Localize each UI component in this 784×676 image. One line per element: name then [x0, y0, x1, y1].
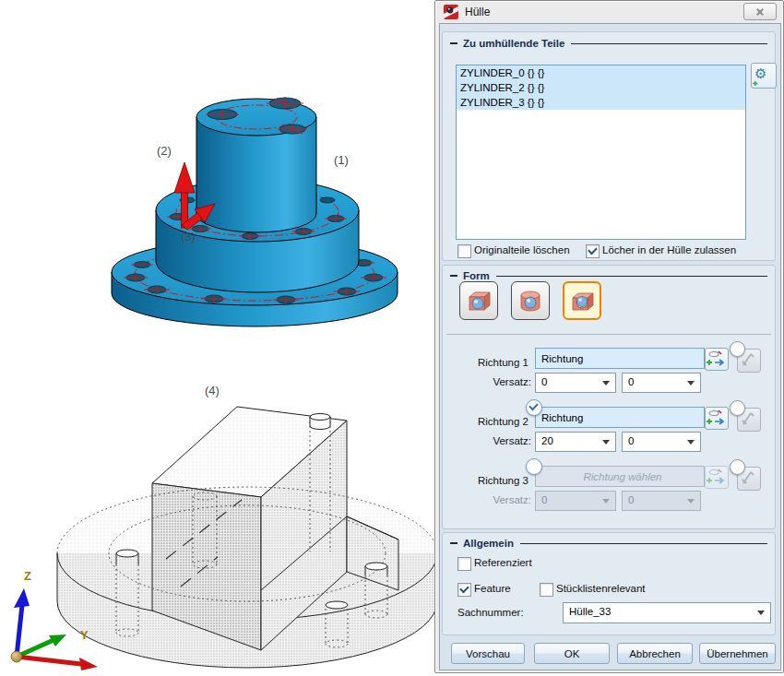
group-general: Allgemein Referenziert Feature Stücklist…: [442, 532, 776, 635]
select-parts-button[interactable]: ⚙ ✚: [751, 63, 777, 89]
richtung1-versatz2-combo[interactable]: 0: [622, 373, 701, 393]
chevron-down-icon: [602, 440, 610, 445]
group-parts-title: Zu umhüllende Teile: [463, 38, 564, 49]
versatz1-label: Versatz:: [456, 376, 531, 387]
annotation-4: (4): [205, 384, 220, 397]
checkbox-stuecklistenrelevant-label: Stücklistenrelevant: [556, 583, 646, 594]
shape-option-cylinder[interactable]: [511, 281, 550, 320]
versatz3-label: Versatz:: [456, 494, 531, 505]
chevron-down-icon: [687, 440, 695, 445]
group-general-title: Allgemein: [463, 538, 514, 549]
richtung3-badge[interactable]: [526, 458, 542, 475]
list-item[interactable]: ZYLINDER_2 {} {}: [457, 80, 745, 95]
shaded-model[interactable]: [112, 97, 398, 326]
richtung2-label: Richtung 2: [478, 416, 529, 427]
sachnummer-combo[interactable]: Hülle_33: [563, 602, 771, 623]
checkbox-stuecklistenrelevant[interactable]: [540, 583, 553, 597]
hull-cylinder-icon: [517, 288, 543, 314]
wireframe-model[interactable]: [57, 407, 435, 668]
checkbox-delete-originals-label: Originalteile löschen: [474, 244, 570, 255]
3d-viewport[interactable]: (1) (2) (3) (4) Z Y: [0, 0, 435, 676]
group-parts-header: Zu umhüllende Teile: [450, 38, 767, 49]
richtung3-label: Richtung 3: [478, 475, 529, 486]
collapse-icon[interactable]: [450, 542, 457, 544]
axis-z-label: Z: [24, 569, 31, 583]
abbrechen-button[interactable]: Abbrechen: [617, 643, 693, 664]
checkbox-delete-originals[interactable]: [457, 244, 471, 258]
chevron-down-icon: [602, 499, 610, 504]
richtung3-input[interactable]: [535, 466, 705, 487]
richtung1-select-button[interactable]: [705, 348, 729, 371]
app-icon: [444, 5, 458, 19]
chevron-down-icon: [687, 499, 695, 504]
select-direction-icon: [706, 408, 726, 427]
screen: (1) (2) (3) (4) Z Y Hülle Zu u: [0, 0, 784, 676]
dialog-content: Zu umhüllende Teile ZYLINDER_0 {} {} ZYL…: [439, 23, 781, 670]
viewport-canvas: [0, 0, 435, 676]
select-direction-icon: [706, 467, 726, 486]
richtung3-select-button[interactable]: [705, 466, 729, 489]
shape-option-box[interactable]: [459, 281, 498, 320]
chevron-down-icon: [687, 381, 695, 385]
annotation-1: (1): [334, 153, 349, 167]
window-title: Hülle: [465, 6, 490, 18]
richtung3-knob[interactable]: [730, 459, 745, 475]
checkbox-allow-holes[interactable]: [586, 244, 600, 258]
group-parts: Zu umhüllende Teile ZYLINDER_0 {} {} ZYL…: [442, 31, 776, 261]
chevron-down-icon: [602, 381, 610, 385]
huelle-dialog: Hülle Zu umhüllende Teile ZYLINDER_0 {} …: [434, 0, 784, 673]
richtung1-knob[interactable]: [730, 341, 745, 357]
group-general-header: Allgemein: [450, 538, 767, 549]
richtung1-label: Richtung 1: [478, 357, 529, 368]
collapse-icon[interactable]: [450, 275, 457, 277]
checkbox-feature-label: Feature: [474, 583, 511, 594]
ok-button[interactable]: OK: [534, 643, 610, 664]
richtung2-select-button[interactable]: [705, 407, 729, 430]
hull-box-icon: [466, 288, 492, 314]
richtung2-knob[interactable]: [730, 400, 745, 416]
list-item[interactable]: ZYLINDER_0 {} {}: [457, 65, 745, 80]
collapse-icon[interactable]: [450, 42, 457, 44]
close-button[interactable]: [743, 3, 777, 20]
title-bar[interactable]: Hülle: [435, 1, 783, 23]
checkbox-referenziert-label: Referenziert: [474, 557, 532, 568]
vorschau-button[interactable]: Vorschau: [451, 643, 525, 664]
checkbox-feature[interactable]: [457, 583, 471, 597]
group-form-header: Form: [450, 270, 767, 281]
uebernehmen-button[interactable]: Übernehmen: [699, 643, 776, 664]
richtung1-input[interactable]: [535, 348, 705, 369]
richtung2-input[interactable]: [535, 407, 705, 428]
versatz2-label: Versatz:: [456, 435, 531, 446]
shape-option-contour[interactable]: [563, 281, 601, 320]
richtung2-versatz1-combo[interactable]: 20: [535, 432, 616, 452]
axis-y-label: Y: [80, 628, 89, 642]
sachnummer-label: Sachnummer:: [457, 607, 524, 618]
checkbox-allow-holes-label: Löcher in der Hülle zulassen: [602, 244, 736, 255]
chevron-down-icon: [757, 611, 765, 615]
annotation-3: (3): [181, 230, 196, 243]
group-form-title: Form: [463, 270, 490, 281]
list-item[interactable]: ZYLINDER_3 {} {}: [457, 95, 745, 110]
richtung2-versatz2-combo[interactable]: 0: [622, 432, 701, 452]
plus-icon: ✚: [753, 80, 758, 88]
richtung1-versatz1-combo[interactable]: 0: [535, 373, 616, 393]
richtung3-versatz1-combo[interactable]: 0: [535, 491, 616, 511]
richtung3-versatz2-combo[interactable]: 0: [622, 491, 701, 511]
hull-contour-icon: [569, 288, 595, 314]
richtung2-badge[interactable]: [526, 399, 542, 416]
group-form: Form: [442, 265, 776, 529]
annotation-2: (2): [157, 144, 172, 158]
parts-list[interactable]: ZYLINDER_0 {} {} ZYLINDER_2 {} {} ZYLIND…: [456, 65, 746, 240]
checkbox-referenziert[interactable]: [457, 557, 471, 571]
select-direction-icon: [706, 349, 726, 368]
